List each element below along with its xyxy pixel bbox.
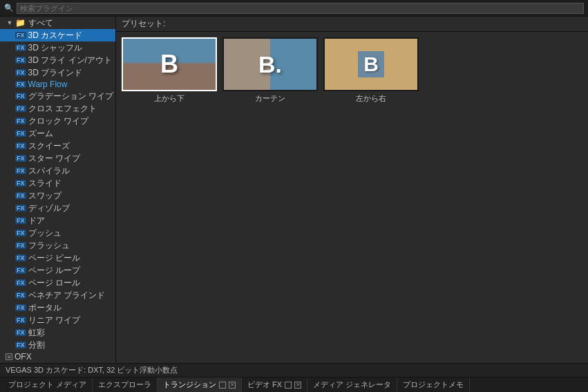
tree-item-3d-shuffle[interactable]: FX 3D シャッフル	[0, 41, 115, 54]
tree-item-page-loop[interactable]: FX ページ ループ	[0, 264, 115, 277]
tab-label-media-generator: メディア ジェネレータ	[313, 380, 391, 390]
right-panel: プリセット: B 上から下 B. カーテン B 左から右	[116, 17, 588, 363]
item-label: 3D ブラインド	[28, 67, 83, 79]
left-panel: ▼ 📁 すべて FX 3D カスケード FX 3D シャッフル FX 3D フラ…	[0, 17, 116, 363]
fx-badge: FX	[15, 44, 26, 51]
fx-badge: FX	[15, 155, 26, 162]
tree-item-dissolve[interactable]: FX ディゾルブ	[0, 202, 115, 214]
item-label: すべて	[28, 17, 53, 29]
fx-badge: FX	[15, 267, 26, 274]
tab-close-video-fx[interactable]: ✕	[294, 382, 301, 389]
tree-item-linear-wipe[interactable]: FX リニア ワイプ	[0, 314, 115, 326]
item-label: グラデーション ワイプ	[28, 91, 113, 102]
fx-badge: FX	[15, 205, 26, 212]
tab-close-transition[interactable]: ✕	[229, 382, 236, 389]
item-label: 虹彩	[28, 327, 45, 339]
tab-video-fx[interactable]: ビデオ FX✕	[242, 377, 307, 392]
item-label: ドア	[28, 215, 45, 227]
item-label: スパイラル	[28, 165, 70, 177]
tree-item-slide[interactable]: FX スライド	[0, 177, 115, 189]
fx-badge: FX	[15, 180, 26, 187]
tree-item-venetian-blind[interactable]: FX ベネチア ブラインド	[0, 289, 115, 301]
item-label: スター ワイプ	[28, 153, 80, 165]
fx-badge: FX	[15, 32, 26, 39]
fx-badge: FX	[15, 142, 26, 149]
main-area: ▼ 📁 すべて FX 3D カスケード FX 3D シャッフル FX 3D フラ…	[0, 17, 588, 363]
fx-badge: FX	[15, 292, 26, 299]
tree-item-push[interactable]: FX プッシュ	[0, 227, 115, 239]
tab-label-project-notes: プロジェクトメモ	[403, 380, 464, 390]
tab-explorer[interactable]: エクスプローラ	[93, 377, 158, 392]
tab-transition[interactable]: トランジション✕	[158, 377, 242, 392]
tree-item-star-wipe[interactable]: FX スター ワイプ	[0, 152, 115, 165]
item-label: ページ ループ	[28, 265, 80, 277]
tree-item-3d-blind[interactable]: FX 3D ブラインド	[0, 66, 115, 79]
item-label: ディゾルブ	[28, 203, 70, 214]
fx-badge: FX	[15, 230, 26, 236]
item-label: プッシュ	[28, 227, 61, 239]
preset-thumb-left-right: B	[323, 37, 419, 91]
tree-item-page-peel[interactable]: FX ページ ピール	[0, 252, 115, 264]
tree-item-gradation-wipe[interactable]: FX グラデーション ワイプ	[0, 90, 115, 102]
item-label: クロック ワイプ	[28, 115, 88, 127]
item-label: スワップ	[28, 190, 61, 202]
tree-item-door[interactable]: FX ドア	[0, 214, 115, 227]
fx-badge: FX	[15, 304, 26, 311]
tab-label-transition: トランジション	[163, 380, 216, 390]
tree-item-zoom[interactable]: FX ズーム	[0, 127, 115, 140]
item-label: スクイーズ	[28, 140, 70, 152]
fx-badge: FX	[15, 192, 26, 199]
item-label: クロス エフェクト	[28, 103, 97, 115]
preset-name-left-right: 左から右	[356, 93, 386, 104]
tab-project-media[interactable]: プロジェクト メディア	[3, 377, 93, 392]
tree-item-3d-cascade[interactable]: FX 3D カスケード	[0, 29, 115, 41]
fx-badge: FX	[15, 81, 26, 88]
fx-badge: FX	[15, 57, 26, 64]
tree-item-divide[interactable]: FX 分割	[0, 339, 115, 351]
tree-item-flash[interactable]: FX フラッシュ	[0, 239, 115, 252]
item-label: スライド	[28, 178, 61, 189]
tree-item-ofx[interactable]: + OFX	[0, 351, 115, 362]
tree-item-3d-fly[interactable]: FX 3D フライ イン/アウト	[0, 54, 115, 66]
fx-badge: FX	[15, 118, 26, 124]
preset-item-left-right[interactable]: B 左から右	[323, 37, 419, 104]
preset-item-curtain[interactable]: B. カーテン	[222, 37, 318, 104]
fx-badge: FX	[15, 167, 26, 174]
group-expand-icon: +	[6, 353, 12, 360]
search-input[interactable]	[17, 3, 584, 14]
item-label: ズーム	[28, 128, 53, 140]
tree-item-warp-flow[interactable]: FX Warp Flow	[0, 79, 115, 90]
tab-media-generator[interactable]: メディア ジェネレータ	[307, 377, 397, 392]
tree-item-cross-effect[interactable]: FX クロス エフェクト	[0, 102, 115, 115]
preset-item-top-bottom[interactable]: B 上から下	[122, 37, 217, 104]
preset-label: プリセット:	[116, 17, 588, 32]
item-label: フラッシュ	[28, 240, 70, 252]
item-label: OFX	[15, 352, 32, 362]
tree-item-squeeze[interactable]: FX スクイーズ	[0, 140, 115, 152]
tab-bar: プロジェクト メディアエクスプローラトランジション✕ビデオ FX✕メディア ジェ…	[0, 377, 588, 392]
fx-badge: FX	[15, 329, 26, 336]
item-label: ポータル	[28, 302, 61, 314]
tree-item-spiral[interactable]: FX スパイラル	[0, 165, 115, 177]
fx-badge: FX	[15, 217, 26, 224]
fx-badge: FX	[15, 317, 26, 324]
status-text: VEGAS 3D カスケード: DXT, 32 ビット浮動小数点	[6, 365, 178, 375]
fx-badge: FX	[15, 130, 26, 137]
item-label: ページ ロール	[28, 277, 80, 289]
tree-item-all[interactable]: ▼ 📁 すべて	[0, 17, 115, 29]
tab-project-notes[interactable]: プロジェクトメモ	[397, 377, 470, 392]
preset-thumb-curtain: B.	[222, 37, 318, 91]
tab-sq-transition	[219, 382, 226, 389]
tree-item-page-roll[interactable]: FX ページ ロール	[0, 277, 115, 289]
fx-badge: FX	[15, 254, 26, 261]
item-label: 分割	[28, 339, 45, 351]
fx-badge: FX	[15, 279, 26, 286]
tree-item-swap[interactable]: FX スワップ	[0, 189, 115, 202]
tab-label-project-media: プロジェクト メディア	[8, 380, 86, 390]
search-bar: 🔍	[0, 0, 588, 17]
item-label: ページ ピール	[28, 252, 80, 264]
fx-badge: FX	[15, 93, 26, 100]
tree-item-portal[interactable]: FX ポータル	[0, 301, 115, 314]
tree-item-rainbow[interactable]: FX 虹彩	[0, 326, 115, 339]
tree-item-clock-wipe[interactable]: FX クロック ワイプ	[0, 115, 115, 127]
